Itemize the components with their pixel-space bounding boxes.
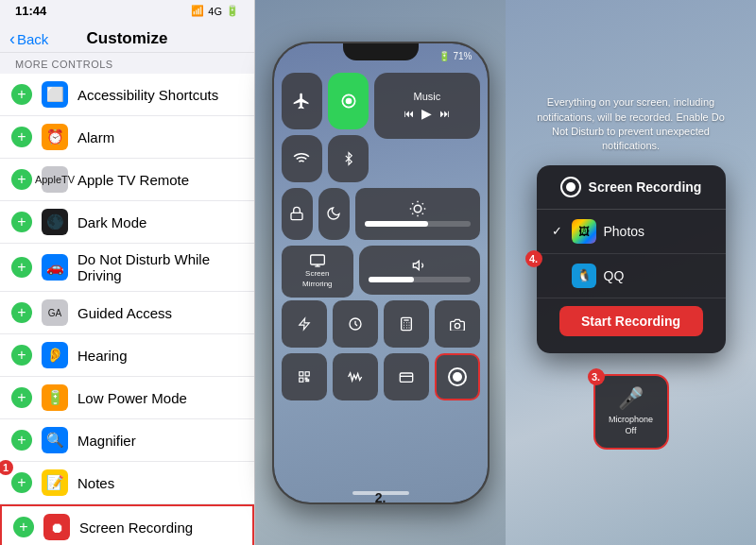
phone-screen: 🔋 71% <box>274 43 488 502</box>
cc-row-last <box>282 353 480 400</box>
list-item-hearing[interactable]: + 👂 Hearing <box>0 334 254 377</box>
cc-row-mirror: Screen Mirroring <box>282 246 480 295</box>
hearing-label: Hearing <box>77 348 128 364</box>
signal-icon: 📶 <box>191 5 204 17</box>
phone-notch <box>343 43 419 60</box>
magnifier-icon: 🔍 <box>42 427 68 453</box>
svg-rect-31 <box>299 378 302 382</box>
photos-app-icon: 🖼 <box>572 219 596 244</box>
timer-tile[interactable] <box>333 300 378 348</box>
list-item-dark-mode[interactable]: + 🌑 Dark Mode <box>0 201 254 244</box>
list-item-accessibility[interactable]: + ⬜ Accessibility Shortcuts <box>0 74 254 116</box>
record-dot <box>453 372 462 382</box>
list-item-do-not-disturb[interactable]: + 🚗 Do Not Disturb While Driving <box>0 244 254 292</box>
qq-item[interactable]: ✓ 🐧 QQ <box>537 254 726 298</box>
add-icon: + <box>11 430 32 451</box>
add-icon: + <box>11 169 32 190</box>
list-item-alarm[interactable]: + ⏰ Alarm <box>0 116 254 159</box>
back-chevron-icon: ‹ <box>9 29 15 49</box>
control-center: Music ⏮ ▶ ⏭ <box>274 65 488 502</box>
cc-row-1: Music ⏮ ▶ ⏭ <box>282 73 480 182</box>
left-settings-panel: 11:44 📶 4G 🔋 ‹ Back Customize MORE CONTR… <box>0 0 255 545</box>
dark-mode-icon: 🌑 <box>42 209 68 235</box>
wifi-tile[interactable] <box>282 135 322 182</box>
calculator-tile[interactable] <box>384 300 429 348</box>
apple-tv-icon: AppleTV <box>42 166 68 193</box>
phone-frame: 🔋 71% <box>272 42 490 504</box>
photos-item[interactable]: ✓ 🖼 Photos <box>537 210 726 254</box>
list-item-screen-recording[interactable]: + ⏺ Screen Recording <box>0 504 254 545</box>
do-not-disturb-label: Do Not Disturb While Driving <box>77 251 243 283</box>
card-tile[interactable] <box>384 353 429 400</box>
svg-rect-3 <box>291 213 302 219</box>
svg-marker-15 <box>299 318 309 330</box>
battery-icon: 🔋 <box>226 5 239 17</box>
section-label: MORE CONTROLS <box>0 53 254 74</box>
page-title: Customize <box>87 29 168 48</box>
music-tile[interactable]: Music ⏮ ▶ ⏭ <box>374 73 479 139</box>
waveform-tile[interactable] <box>333 353 378 400</box>
svg-line-8 <box>421 213 422 214</box>
screen-recording-icon: ⏺ <box>43 514 70 540</box>
dropdown-title-row: Screen Recording <box>537 165 726 210</box>
apple-tv-label: Apple TV Remote <box>77 172 189 188</box>
notes-icon: 📝 <box>42 469 68 496</box>
qr-tile[interactable] <box>282 353 327 400</box>
right-panel: Everything on your screen, including not… <box>506 0 756 545</box>
qq-label: QQ <box>604 268 625 283</box>
volume-tile[interactable] <box>359 246 480 295</box>
back-label: Back <box>17 31 48 47</box>
tooltip-text: Everything on your screen, including not… <box>537 95 726 154</box>
list-item-guided-access[interactable]: + GA Guided Access <box>0 292 254 334</box>
record-inner <box>566 182 576 192</box>
qq-app-icon: 🐧 <box>572 264 596 288</box>
microphone-container: 3. 🎤 MicrophoneOff <box>593 363 669 450</box>
flashlight-tile[interactable] <box>282 300 327 348</box>
add-icon: + <box>11 212 32 232</box>
svg-point-1 <box>345 97 352 104</box>
svg-rect-29 <box>299 371 302 375</box>
step2-label: 2. <box>375 490 387 505</box>
svg-rect-30 <box>305 371 309 375</box>
back-button[interactable]: ‹ Back <box>9 29 48 49</box>
step3-badge: 3. <box>588 368 605 385</box>
list-item-apple-tv[interactable]: + AppleTV Apple TV Remote <box>0 159 254 201</box>
list-item-magnifier[interactable]: + 🔍 Magnifier <box>0 419 254 462</box>
add-icon: + <box>11 257 32 278</box>
bluetooth-tile[interactable] <box>328 135 369 182</box>
screen-mirror-tile[interactable]: Screen Mirroring <box>282 246 354 298</box>
list-item-low-power[interactable]: + 🔋 Low Power Mode <box>0 377 254 419</box>
low-power-icon: 🔋 <box>42 384 68 411</box>
moon-tile[interactable] <box>318 188 350 240</box>
svg-line-7 <box>412 203 413 204</box>
add-icon: + <box>13 517 34 537</box>
dropdown-title: Screen Recording <box>589 179 702 195</box>
add-icon: + <box>11 84 32 105</box>
alarm-label: Alarm <box>77 129 114 145</box>
middle-phone-panel: 🔋 71% <box>255 0 506 545</box>
mic-icon: 🎤 <box>618 386 644 411</box>
camera-tile[interactable] <box>435 300 480 348</box>
start-recording-button[interactable]: Start Recording <box>559 306 703 336</box>
alarm-icon: ⏰ <box>42 124 68 150</box>
record-icon <box>448 367 467 386</box>
cellular-tile[interactable] <box>328 73 369 129</box>
brightness-tile[interactable] <box>355 188 480 240</box>
lock-tile[interactable] <box>282 188 313 240</box>
accessibility-label: Accessibility Shortcuts <box>77 87 218 103</box>
svg-rect-32 <box>400 373 412 382</box>
airplane-tile[interactable] <box>282 73 322 129</box>
network-label: 4G <box>208 6 222 17</box>
record-tile[interactable] <box>435 353 480 400</box>
list-item-notes[interactable]: 1 + 📝 Notes <box>0 462 254 504</box>
microphone-box[interactable]: 3. 🎤 MicrophoneOff <box>593 374 669 450</box>
notes-label: Notes <box>77 475 114 491</box>
phone-battery-icon: 🔋 <box>438 51 450 61</box>
add-icon: + <box>11 345 32 366</box>
add-icon: + <box>11 127 32 147</box>
page-header: ‹ Back Customize <box>0 20 254 53</box>
add-icon: + <box>11 387 32 408</box>
svg-line-12 <box>421 203 422 204</box>
svg-line-11 <box>412 213 413 214</box>
svg-rect-13 <box>310 255 324 264</box>
